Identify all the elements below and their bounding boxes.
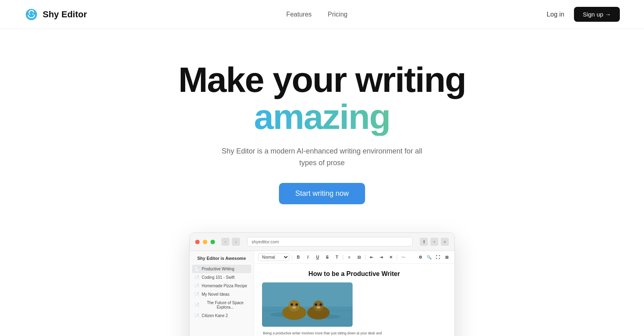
toolbar-align[interactable]: ⊟: [355, 254, 363, 261]
navbar: Shy Editor Features Pricing Log in Sign …: [0, 0, 644, 29]
hero-cta-button[interactable]: Start writing now: [279, 183, 365, 204]
hero-title-line1: Make your writing: [178, 61, 466, 98]
toolbar-sep-4: [397, 255, 397, 260]
svg-point-7: [289, 300, 300, 311]
nav-pricing-link[interactable]: Pricing: [328, 11, 347, 18]
toolbar-more[interactable]: ⋯: [400, 254, 407, 261]
toolbar-search[interactable]: 🔍: [425, 254, 433, 261]
doc-icon-3: 📄: [194, 292, 199, 297]
doc-icon-4: 📄: [194, 303, 199, 307]
sidebar-item-2[interactable]: 📄 Homemade Pizza Recipe: [190, 282, 254, 290]
svg-point-9: [295, 303, 298, 306]
sidebar-item-0[interactable]: 📄 Productive Writing: [192, 265, 251, 273]
logo-link[interactable]: Shy Editor: [24, 7, 87, 22]
browser-actions: ⬆ + ≡: [420, 238, 449, 246]
svg-point-1: [33, 13, 34, 15]
browser-back-btn: ‹: [221, 238, 229, 246]
toolbar-right: ⚙ 🔍 ⛶ ⊞: [417, 254, 450, 261]
svg-point-0: [29, 13, 31, 15]
sidebar-title: Shy Editor is Awesome: [190, 256, 254, 265]
sidebar-item-5[interactable]: 📄 Citizen Kane 2: [190, 311, 254, 320]
sidebar-item-3[interactable]: 📄 My Novel Ideas: [190, 290, 254, 299]
toolbar-list[interactable]: ≡: [346, 254, 353, 261]
doc-title: How to be a Productive Writer: [262, 270, 446, 278]
toolbar-underline[interactable]: U: [314, 254, 321, 261]
login-button[interactable]: Log in: [547, 11, 564, 18]
toolbar-sep-1: [292, 255, 292, 260]
doc-image: [262, 282, 353, 327]
doc-icon-5: 📄: [194, 313, 199, 318]
nav-auth: Log in Sign up →: [547, 7, 620, 22]
sidebar-item-label-2: Homemade Pizza Recipe: [202, 284, 247, 288]
browser-share-btn: ⬆: [420, 238, 428, 246]
signup-button[interactable]: Sign up →: [574, 7, 620, 22]
app-content: How to be a Productive Writer: [254, 264, 454, 336]
svg-point-12: [313, 301, 324, 311]
browser-bar: ‹ › shyeditor.com ⬆ + ≡: [190, 233, 454, 251]
browser-address-bar: shyeditor.com: [247, 237, 413, 247]
app-layout: Shy Editor is Awesome 📄 Productive Writi…: [190, 251, 454, 336]
svg-point-15: [316, 306, 320, 309]
toolbar-clear[interactable]: ✕: [387, 254, 394, 261]
doc-icon-0: 📄: [194, 267, 199, 271]
browser-add-btn: +: [430, 238, 438, 246]
toolbar-sep-3: [365, 255, 365, 260]
browser-nav-btns: ‹ ›: [221, 238, 240, 246]
toolbar-bold[interactable]: B: [295, 254, 302, 261]
app-toolbar: Normal Heading 1 Heading 2 B I U S T ≡ ⊟: [254, 251, 454, 264]
toolbar-fullscreen[interactable]: ⛶: [434, 254, 442, 261]
toolbar-indent-right[interactable]: ⇥: [378, 254, 385, 261]
toolbar-sep-2: [343, 255, 343, 260]
hero-subtitle: Shy Editor is a modern AI-enhanced writi…: [217, 145, 427, 169]
browser-url: shyeditor.com: [252, 239, 279, 244]
browser-mockup: ‹ › shyeditor.com ⬆ + ≡ Shy Editor is Aw…: [189, 232, 455, 336]
toolbar-apps[interactable]: ⊞: [443, 254, 450, 261]
sidebar-item-label-5: Citizen Kane 2: [202, 313, 228, 318]
svg-point-14: [320, 303, 322, 306]
otter-svg: [262, 282, 353, 327]
screenshot-section: ‹ › shyeditor.com ⬆ + ≡ Shy Editor is Aw…: [181, 232, 463, 336]
app-main: Normal Heading 1 Heading 2 B I U S T ≡ ⊟: [254, 251, 454, 336]
toolbar-strikethrough[interactable]: S: [324, 254, 331, 261]
sidebar-item-4[interactable]: 📄 The Future of Space Explora...: [190, 299, 254, 311]
nav-features-link[interactable]: Features: [286, 11, 312, 18]
doc-paragraph: Being a productive writer involves more …: [262, 331, 383, 336]
app-sidebar: Shy Editor is Awesome 📄 Productive Writi…: [190, 251, 254, 336]
svg-point-10: [292, 306, 296, 309]
toolbar-text[interactable]: T: [333, 254, 341, 261]
sidebar-item-label-0: Productive Writing: [202, 267, 234, 271]
doc-icon-1: 📄: [194, 275, 199, 280]
format-select[interactable]: Normal Heading 1 Heading 2: [258, 253, 289, 261]
toolbar-settings[interactable]: ⚙: [417, 254, 424, 261]
sidebar-item-label-3: My Novel Ideas: [202, 292, 229, 297]
nav-links: Features Pricing: [286, 11, 347, 18]
svg-point-8: [291, 303, 293, 306]
browser-dot-green: [211, 240, 215, 244]
sidebar-item-label-4: The Future of Space Explora...: [202, 301, 249, 309]
browser-dot-yellow: [203, 240, 207, 244]
doc-icon-2: 📄: [194, 284, 199, 288]
toolbar-indent-left[interactable]: ⇤: [368, 254, 375, 261]
browser-forward-btn: ›: [232, 238, 240, 246]
browser-sidebar-btn: ≡: [441, 238, 449, 246]
sidebar-item-label-1: Coding 101 - Swift: [202, 275, 235, 280]
logo-icon: [24, 7, 39, 22]
svg-point-13: [315, 303, 317, 306]
sidebar-item-1[interactable]: 📄 Coding 101 - Swift: [190, 273, 254, 282]
hero-section: Make your writing amazing Shy Editor is …: [0, 29, 644, 336]
browser-dot-red: [195, 240, 200, 244]
logo-text: Shy Editor: [43, 9, 87, 20]
toolbar-italic[interactable]: I: [304, 254, 312, 261]
hero-title-line2: amazing: [254, 98, 390, 135]
